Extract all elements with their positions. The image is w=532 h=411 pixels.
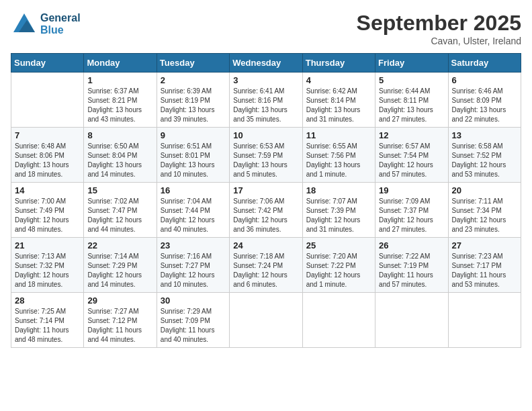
day-number: 13	[452, 130, 517, 140]
day-info: Sunrise: 6:42 AM Sunset: 8:14 PM Dayligh…	[306, 87, 371, 124]
day-info: Sunrise: 6:44 AM Sunset: 8:11 PM Dayligh…	[379, 87, 444, 124]
day-info: Sunrise: 7:00 AM Sunset: 7:49 PM Dayligh…	[15, 197, 80, 234]
location-subtitle: Cavan, Ulster, Ireland	[357, 36, 521, 46]
calendar-cell: 18Sunrise: 7:07 AM Sunset: 7:39 PM Dayli…	[302, 183, 375, 238]
calendar-cell: 14Sunrise: 7:00 AM Sunset: 7:49 PM Dayli…	[11, 183, 84, 238]
calendar-cell	[302, 293, 375, 348]
page-header: General Blue September 2025 Cavan, Ulste…	[11, 11, 521, 46]
day-info: Sunrise: 7:06 AM Sunset: 7:42 PM Dayligh…	[233, 197, 298, 234]
day-number: 23	[161, 240, 226, 250]
column-header-monday: Monday	[84, 54, 157, 73]
day-info: Sunrise: 7:23 AM Sunset: 7:17 PM Dayligh…	[452, 252, 517, 289]
calendar-cell	[375, 293, 448, 348]
day-number: 10	[233, 130, 298, 140]
column-header-thursday: Thursday	[302, 54, 375, 73]
calendar-cell: 4Sunrise: 6:42 AM Sunset: 8:14 PM Daylig…	[302, 73, 375, 128]
calendar-cell: 9Sunrise: 6:51 AM Sunset: 8:01 PM Daylig…	[157, 128, 229, 183]
calendar-cell: 30Sunrise: 7:29 AM Sunset: 7:09 PM Dayli…	[157, 293, 229, 348]
day-number: 9	[161, 130, 226, 140]
day-number: 29	[87, 295, 152, 306]
day-info: Sunrise: 7:07 AM Sunset: 7:39 PM Dayligh…	[306, 197, 371, 234]
calendar-cell	[11, 73, 84, 128]
calendar-cell: 13Sunrise: 6:58 AM Sunset: 7:52 PM Dayli…	[448, 128, 521, 183]
calendar-cell: 12Sunrise: 6:57 AM Sunset: 7:54 PM Dayli…	[375, 128, 448, 183]
day-number: 16	[161, 185, 226, 195]
calendar-table: SundayMondayTuesdayWednesdayThursdayFrid…	[11, 53, 521, 348]
day-info: Sunrise: 7:04 AM Sunset: 7:44 PM Dayligh…	[161, 197, 226, 234]
calendar-cell: 19Sunrise: 7:09 AM Sunset: 7:37 PM Dayli…	[375, 183, 448, 238]
day-info: Sunrise: 7:02 AM Sunset: 7:47 PM Dayligh…	[87, 197, 152, 234]
day-info: Sunrise: 7:13 AM Sunset: 7:32 PM Dayligh…	[15, 252, 80, 289]
calendar-cell: 5Sunrise: 6:44 AM Sunset: 8:11 PM Daylig…	[375, 73, 448, 128]
day-info: Sunrise: 7:16 AM Sunset: 7:27 PM Dayligh…	[161, 252, 226, 289]
day-number: 20	[452, 185, 517, 195]
calendar-cell	[448, 293, 521, 348]
calendar-cell: 27Sunrise: 7:23 AM Sunset: 7:17 PM Dayli…	[448, 238, 521, 293]
day-number: 19	[379, 185, 444, 195]
day-number: 3	[233, 75, 298, 85]
calendar-cell: 15Sunrise: 7:02 AM Sunset: 7:47 PM Dayli…	[84, 183, 157, 238]
logo: General Blue	[11, 11, 81, 38]
day-info: Sunrise: 7:18 AM Sunset: 7:24 PM Dayligh…	[233, 252, 298, 289]
day-number: 28	[15, 295, 80, 306]
day-info: Sunrise: 6:53 AM Sunset: 7:59 PM Dayligh…	[233, 142, 298, 179]
calendar-cell: 26Sunrise: 7:22 AM Sunset: 7:19 PM Dayli…	[375, 238, 448, 293]
column-header-wednesday: Wednesday	[230, 54, 302, 73]
column-header-sunday: Sunday	[11, 54, 84, 73]
calendar-cell: 6Sunrise: 6:46 AM Sunset: 8:09 PM Daylig…	[448, 73, 521, 128]
day-info: Sunrise: 7:27 AM Sunset: 7:12 PM Dayligh…	[87, 307, 152, 345]
day-info: Sunrise: 6:57 AM Sunset: 7:54 PM Dayligh…	[379, 142, 444, 179]
calendar-cell: 16Sunrise: 7:04 AM Sunset: 7:44 PM Dayli…	[157, 183, 229, 238]
day-info: Sunrise: 7:14 AM Sunset: 7:29 PM Dayligh…	[87, 252, 152, 289]
calendar-cell: 22Sunrise: 7:14 AM Sunset: 7:29 PM Dayli…	[84, 238, 157, 293]
day-number: 12	[379, 130, 444, 140]
day-info: Sunrise: 6:55 AM Sunset: 7:56 PM Dayligh…	[306, 142, 371, 179]
calendar-cell: 29Sunrise: 7:27 AM Sunset: 7:12 PM Dayli…	[84, 293, 157, 348]
day-info: Sunrise: 7:20 AM Sunset: 7:22 PM Dayligh…	[306, 252, 371, 289]
day-info: Sunrise: 6:46 AM Sunset: 8:09 PM Dayligh…	[452, 87, 517, 124]
day-number: 5	[379, 75, 444, 85]
day-number: 17	[233, 185, 298, 195]
day-number: 2	[161, 75, 226, 85]
calendar-cell: 1Sunrise: 6:37 AM Sunset: 8:21 PM Daylig…	[84, 73, 157, 128]
day-number: 15	[87, 185, 152, 195]
calendar-cell: 23Sunrise: 7:16 AM Sunset: 7:27 PM Dayli…	[157, 238, 229, 293]
day-info: Sunrise: 6:39 AM Sunset: 8:19 PM Dayligh…	[161, 87, 226, 124]
day-number: 7	[15, 130, 80, 140]
day-info: Sunrise: 7:11 AM Sunset: 7:34 PM Dayligh…	[452, 197, 517, 234]
day-info: Sunrise: 7:29 AM Sunset: 7:09 PM Dayligh…	[161, 307, 226, 345]
calendar-cell: 28Sunrise: 7:25 AM Sunset: 7:14 PM Dayli…	[11, 293, 84, 348]
calendar-cell: 10Sunrise: 6:53 AM Sunset: 7:59 PM Dayli…	[230, 128, 302, 183]
day-number: 11	[306, 130, 371, 140]
calendar-cell: 7Sunrise: 6:48 AM Sunset: 8:06 PM Daylig…	[11, 128, 84, 183]
day-info: Sunrise: 7:09 AM Sunset: 7:37 PM Dayligh…	[379, 197, 444, 234]
calendar-cell: 20Sunrise: 7:11 AM Sunset: 7:34 PM Dayli…	[448, 183, 521, 238]
day-number: 24	[233, 240, 298, 250]
day-info: Sunrise: 7:25 AM Sunset: 7:14 PM Dayligh…	[15, 307, 80, 345]
day-number: 4	[306, 75, 371, 85]
column-header-saturday: Saturday	[448, 54, 521, 73]
day-info: Sunrise: 7:22 AM Sunset: 7:19 PM Dayligh…	[379, 252, 444, 289]
day-info: Sunrise: 6:48 AM Sunset: 8:06 PM Dayligh…	[15, 142, 80, 179]
day-info: Sunrise: 6:37 AM Sunset: 8:21 PM Dayligh…	[87, 87, 152, 124]
month-title: September 2025	[357, 11, 521, 36]
calendar-cell: 17Sunrise: 7:06 AM Sunset: 7:42 PM Dayli…	[230, 183, 302, 238]
day-number: 27	[452, 240, 517, 250]
day-number: 6	[452, 75, 517, 85]
calendar-cell: 2Sunrise: 6:39 AM Sunset: 8:19 PM Daylig…	[157, 73, 229, 128]
day-number: 25	[306, 240, 371, 250]
calendar-cell: 3Sunrise: 6:41 AM Sunset: 8:16 PM Daylig…	[230, 73, 302, 128]
calendar-cell: 11Sunrise: 6:55 AM Sunset: 7:56 PM Dayli…	[302, 128, 375, 183]
day-number: 26	[379, 240, 444, 250]
title-block: September 2025 Cavan, Ulster, Ireland	[357, 11, 521, 46]
day-number: 21	[15, 240, 80, 250]
day-info: Sunrise: 6:58 AM Sunset: 7:52 PM Dayligh…	[452, 142, 517, 179]
day-number: 30	[161, 295, 226, 306]
calendar-cell: 24Sunrise: 7:18 AM Sunset: 7:24 PM Dayli…	[230, 238, 302, 293]
calendar-cell	[230, 293, 302, 348]
calendar-cell: 25Sunrise: 7:20 AM Sunset: 7:22 PM Dayli…	[302, 238, 375, 293]
calendar-cell: 8Sunrise: 6:50 AM Sunset: 8:04 PM Daylig…	[84, 128, 157, 183]
day-info: Sunrise: 6:41 AM Sunset: 8:16 PM Dayligh…	[233, 87, 298, 124]
logo-blue: Blue	[40, 24, 81, 36]
day-number: 14	[15, 185, 80, 195]
